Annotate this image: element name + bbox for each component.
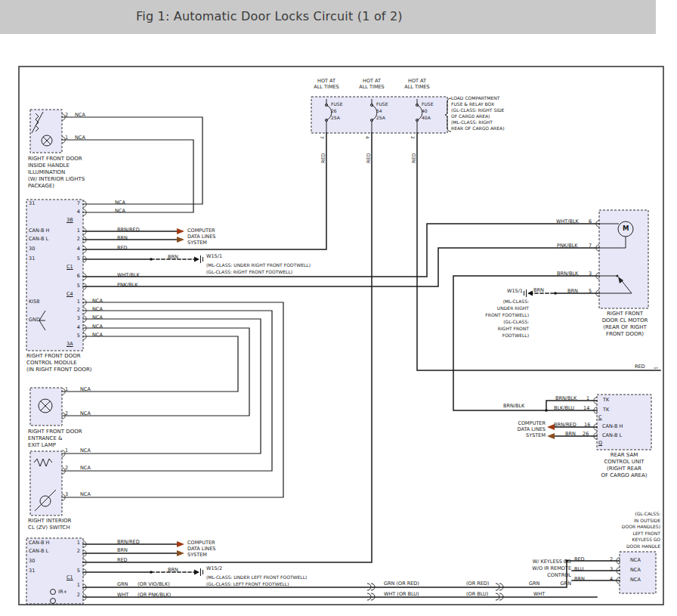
computer-data-lines-label: COMPUTER DATA LINES SYSTEM	[500, 420, 546, 438]
wire-color-alt-label: (OR PNK/BLK)	[138, 592, 171, 598]
pin-number: 4	[71, 246, 80, 252]
pin-number: 4	[610, 576, 613, 582]
wire-color-label: NCA	[92, 332, 103, 338]
pin-number: 1	[71, 582, 80, 588]
module-terminal-label: 30	[29, 246, 35, 252]
module-terminal-label: 31	[29, 200, 35, 206]
wire-color-label: WHT/BLK	[556, 218, 579, 224]
wire-color-label: BRN/RED	[117, 227, 140, 233]
wire-color-label: BRN	[117, 235, 128, 241]
pin-number: 2	[71, 236, 80, 242]
wire-color-label: NCA	[92, 323, 103, 330]
data-line-arrows	[177, 228, 555, 556]
pin-number: 4	[71, 324, 80, 330]
wire-nca-3	[62, 319, 261, 453]
module-terminal-label: NCA	[630, 567, 641, 573]
component-label: RIGHT FRONT DOOR INSIDE HANDLE ILLUMINAT…	[28, 156, 85, 190]
wire-color-label: WHT/BLK	[117, 272, 140, 278]
wire-color-label: NCA	[80, 386, 91, 392]
ground-note: (ML-CLASS: UNDER LEFT FRONT FOOTWELL) (G…	[206, 574, 307, 587]
hot-at-all-times-label: HOT AT ALL TIMES	[351, 78, 392, 90]
module-terminal-label: IR+	[58, 589, 67, 595]
module-terminal-label: TK	[603, 397, 609, 403]
pin-number: 5	[71, 283, 80, 289]
wire-color-label: BRN	[168, 567, 178, 573]
wire-red-fuse54	[83, 133, 372, 562]
pin-number: 5	[71, 333, 80, 339]
module-terminal-label: CAN-B H	[29, 228, 49, 234]
module-terminal-label: KI58	[29, 299, 39, 305]
wire-color-alt-label: (OR RED)	[466, 580, 489, 587]
wire-color-label: NCA	[115, 208, 125, 214]
component-label: RIGHT FRONT DOOR CL MOTOR (REAR OF RIGHT…	[591, 311, 659, 338]
wire-color-label: BRN	[574, 576, 585, 582]
arrow-icon	[177, 541, 184, 547]
wire-color-label: BLK/BLU	[554, 405, 574, 411]
wire-color-label: WHT (OR BLU)	[384, 591, 419, 597]
pin-number: 6	[71, 273, 80, 279]
wire-color-label: BRN/BLK	[557, 271, 578, 277]
module-terminal-label: NCA	[630, 577, 641, 583]
wire-color-label: BLU	[574, 566, 584, 572]
wire-color-label: NCA	[80, 447, 91, 453]
arrow-icon	[177, 237, 184, 243]
connector-id: C4	[66, 291, 73, 297]
fuse-label: FUSE 40 40A	[422, 101, 433, 121]
component-boxes	[26, 97, 656, 604]
module-terminal-label: 30	[29, 558, 35, 564]
connector-id: 3B	[66, 217, 73, 223]
ground-id-label: W15/1	[497, 288, 523, 294]
pin-number: 14	[583, 405, 589, 411]
fuse-box-note: LOAD COMPARTMENT FUSE & RELAY BOX (GL-CL…	[451, 95, 504, 132]
pin-number: 1	[71, 228, 80, 234]
pin-number: 5	[71, 255, 80, 262]
hot-at-all-times-label: HOT AT ALL TIMES	[306, 78, 347, 90]
wire-color-label: NCA	[92, 306, 103, 312]
module-terminal-label: TK	[603, 407, 609, 413]
wire-pnkblk	[83, 248, 599, 286]
component-symbols	[32, 98, 633, 604]
pin-connector-arcs	[62, 114, 620, 600]
pin-number: 5	[589, 288, 592, 294]
wire-color-label: NCA	[115, 200, 125, 206]
wire-color-alt-label: (OR BLU)	[466, 591, 488, 597]
module-terminal-label: CAN-B L	[602, 432, 622, 438]
pin-number: 2	[65, 410, 68, 416]
module-terminal-label: CAN-B H	[29, 540, 49, 546]
pin-number: 1	[586, 395, 589, 401]
connector-id: C1	[66, 574, 73, 580]
wire-color-label: GRN	[529, 580, 539, 587]
module-terminal-label: GND	[29, 317, 40, 323]
wire-color-label: BRN	[168, 254, 178, 260]
ground-icon	[194, 568, 203, 576]
illumination-box	[30, 110, 62, 153]
computer-data-lines-label: COMPUTER DATA LINES SYSTEM	[187, 540, 215, 558]
diagram-border	[19, 67, 663, 605]
module-terminal-label: CAN-B L	[29, 236, 48, 242]
pin-number: 3	[71, 315, 80, 321]
pin-number: 1	[653, 367, 660, 370]
pin-number: 2	[610, 556, 613, 562]
motor-symbol-letter: M	[623, 224, 629, 232]
wire-color-label: RED	[366, 153, 372, 163]
module-terminal-label: NCA	[630, 557, 641, 563]
pin-number: 5	[71, 568, 80, 574]
wire-color-label: NCA	[92, 314, 103, 320]
wire-color-label: RED	[117, 557, 128, 563]
wire-color-label: NCA	[80, 410, 91, 416]
computer-data-lines-label: COMPUTER DATA LINES SYSTEM	[187, 228, 215, 246]
connector-id: 3A	[66, 341, 73, 347]
ground-icon	[194, 255, 203, 263]
connector-id: C1	[66, 264, 73, 270]
module-terminal-label: CAN-B H	[602, 423, 623, 429]
arrow-icon	[547, 433, 555, 439]
ground-id-label: W15/1	[206, 253, 222, 259]
component-label: RIGHT FRONT DOOR ENTRANCE & EXIT LAMP	[28, 429, 82, 449]
pin-number: 3	[589, 271, 592, 277]
wire-color-label: GRN (OR RED)	[384, 580, 419, 587]
wire-color-label: RED	[117, 245, 128, 251]
wire-color-label: BRN/BLK	[555, 395, 577, 401]
fuse-label: FUSE 54 25A	[376, 101, 388, 121]
wire-color-label: RED	[635, 364, 645, 370]
connector-id: Q	[598, 440, 602, 446]
